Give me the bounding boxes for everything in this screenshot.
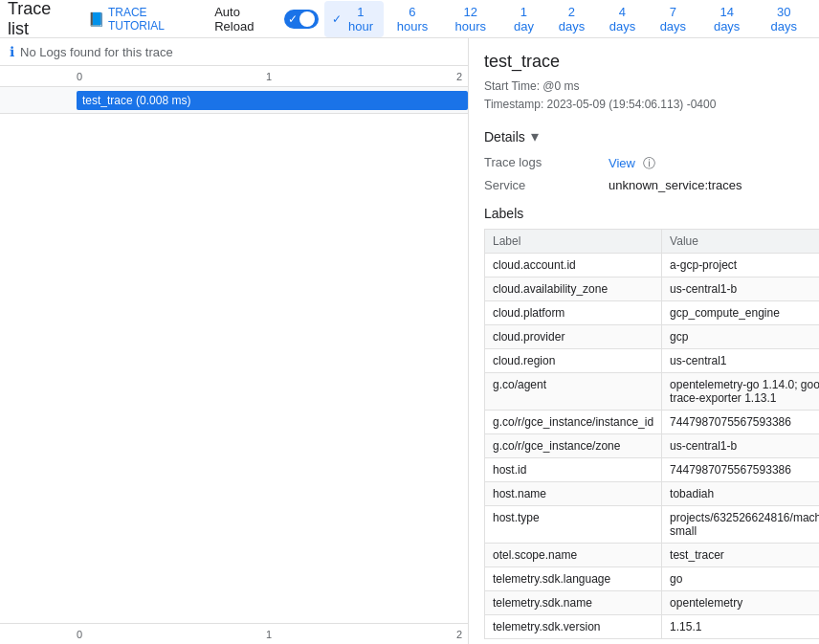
axis-top-label-0: 0 (77, 71, 82, 82)
labels-table: Label Value cloud.account.ida-gcp-projec… (484, 229, 819, 639)
label-cell: cloud.account.id (485, 254, 662, 278)
auto-reload-label: Auto Reload (214, 5, 278, 33)
label-cell: otel.scope.name (485, 544, 662, 567)
value-cell: tobadiah (662, 482, 819, 506)
time-btn-14days[interactable]: 14 days (699, 1, 755, 37)
time-btn-30days[interactable]: 30 days (756, 1, 811, 37)
time-btn-6hours[interactable]: 6 hours (386, 1, 439, 37)
trace-logs-label: Trace logs (484, 155, 609, 169)
labels-table-header-row: Label Value (485, 230, 820, 254)
service-value: unknown_service:traces (609, 178, 742, 192)
service-label: Service (484, 178, 609, 192)
info-message: No Logs found for this trace (20, 45, 173, 59)
table-row: cloud.availability_zoneus-central1-b (485, 278, 820, 301)
trace-meta: Start Time: @0 ms Timestamp: 2023-05-09 … (484, 78, 804, 114)
tutorial-label: TRACE TUTORIAL (108, 6, 199, 33)
time-btn-1hour-label: 1 hour (345, 5, 376, 33)
labels-col-value: Value (662, 230, 819, 254)
labels-section: Labels Label Value cloud.account.ida-gcp… (484, 206, 804, 639)
info-bar: ℹ No Logs found for this trace (0, 38, 468, 66)
time-btn-4days[interactable]: 4 days (598, 1, 647, 37)
auto-reload-toggle[interactable]: ✓ (284, 10, 317, 29)
label-cell: telemetry.sdk.name (485, 591, 662, 615)
label-cell: host.id (485, 458, 662, 482)
toggle-thumb (299, 11, 315, 27)
table-row: g.co/r/gce_instance/zoneus-central1-b (485, 434, 820, 458)
value-cell: opentelemetry (662, 591, 819, 615)
service-row: Service unknown_service:traces (484, 178, 804, 192)
table-row: cloud.account.ida-gcp-project (485, 254, 820, 278)
axis-top-label-2: 2 (456, 71, 462, 82)
time-btn-2days-label: 2 days (559, 5, 585, 33)
time-btn-7days[interactable]: 7 days (649, 1, 697, 37)
label-cell: cloud.provider (485, 325, 662, 349)
table-row: host.nametobadiah (485, 482, 820, 506)
table-row: telemetry.sdk.languagego (485, 567, 820, 591)
topbar: Trace list 📘 TRACE TUTORIAL Auto Reload … (0, 0, 819, 38)
time-range-buttons: ✓ 1 hour 6 hours 12 hours 1 day 2 days 4… (324, 1, 811, 37)
value-cell: 1.15.1 (662, 615, 819, 639)
label-cell: g.co/r/gce_instance/instance_id (485, 411, 662, 434)
time-btn-1hour[interactable]: ✓ 1 hour (324, 1, 384, 37)
value-cell: opentelemetry-go 1.14.0; google-cloud-tr… (662, 373, 819, 411)
table-row: cloud.providergcp (485, 325, 820, 349)
label-cell: telemetry.sdk.language (485, 567, 662, 591)
time-btn-7days-label: 7 days (660, 5, 686, 33)
label-cell: cloud.availability_zone (485, 278, 662, 301)
axis-top: 0 1 2 (0, 66, 468, 87)
axis-top-label-1: 1 (266, 71, 272, 82)
table-row: g.co/r/gce_instance/instance_id744798707… (485, 411, 820, 434)
value-cell: 7447987075567593386 (662, 458, 819, 482)
value-cell: us-central1-b (662, 434, 819, 458)
details-label: Details (484, 129, 525, 144)
value-cell: a-gcp-project (662, 254, 819, 278)
trace-logs-value: View ⓘ (609, 155, 655, 172)
label-cell: cloud.region (485, 349, 662, 373)
time-btn-6hours-label: 6 hours (397, 5, 429, 33)
trace-tutorial-badge[interactable]: 📘 TRACE TUTORIAL (88, 6, 199, 33)
value-cell: us-central1-b (662, 278, 819, 301)
labels-col-label: Label (485, 230, 662, 254)
label-cell: g.co/r/gce_instance/zone (485, 434, 662, 458)
start-time: Start Time: @0 ms (484, 78, 804, 96)
labels-title: Labels (484, 206, 804, 221)
value-cell: gcp_compute_engine (662, 301, 819, 325)
chevron-down-icon: ▾ (531, 127, 539, 145)
toggle-check-icon: ✓ (288, 11, 298, 27)
time-btn-4days-label: 4 days (609, 5, 635, 33)
time-btn-1day[interactable]: 1 day (502, 1, 545, 37)
value-cell: projects/632526624816/machineTypes/e2-sm… (662, 506, 819, 544)
trace-logs-link[interactable]: View (609, 156, 635, 170)
label-cell: host.name (485, 482, 662, 506)
trace-name-header: test_trace (484, 52, 804, 72)
value-cell: go (662, 567, 819, 591)
time-btn-12hours[interactable]: 12 hours (441, 1, 500, 37)
info-icon: ℹ (10, 44, 14, 59)
table-row: cloud.regionus-central1 (485, 349, 820, 373)
book-icon: 📘 (88, 11, 104, 27)
time-btn-2days[interactable]: 2 days (547, 1, 596, 37)
label-cell: g.co/agent (485, 373, 662, 411)
table-row: otel.scope.nametest_tracer (485, 544, 820, 567)
trace-logs-info-icon[interactable]: ⓘ (643, 156, 655, 170)
value-cell: us-central1 (662, 349, 819, 373)
table-row: telemetry.sdk.nameopentelemetry (485, 591, 820, 615)
trace-chart: 0 1 2 test_trace (0.008 ms) 0 1 2 (0, 66, 468, 644)
label-cell: telemetry.sdk.version (485, 615, 662, 639)
value-cell: test_tracer (662, 544, 819, 567)
trace-row[interactable]: test_trace (0.008 ms) (0, 87, 468, 114)
time-btn-30days-label: 30 days (770, 5, 796, 33)
left-panel: ℹ No Logs found for this trace 0 1 2 tes… (0, 38, 469, 644)
details-toggle[interactable]: Details ▾ (484, 127, 804, 145)
table-row: g.co/agentopentelemetry-go 1.14.0; googl… (485, 373, 820, 411)
label-cell: cloud.platform (485, 301, 662, 325)
table-row: telemetry.sdk.version1.15.1 (485, 615, 820, 639)
axis-bottom-label-1: 1 (266, 629, 272, 640)
right-panel: test_trace Start Time: @0 ms Timestamp: … (469, 38, 819, 644)
main-layout: ℹ No Logs found for this trace 0 1 2 tes… (0, 38, 819, 644)
page-title: Trace list (8, 0, 73, 39)
axis-bottom-label-2: 2 (456, 629, 462, 640)
value-cell: 7447987075567593386 (662, 411, 819, 434)
active-check-icon: ✓ (332, 12, 342, 26)
details-section: Details ▾ Trace logs View ⓘ Service unkn… (484, 127, 804, 192)
